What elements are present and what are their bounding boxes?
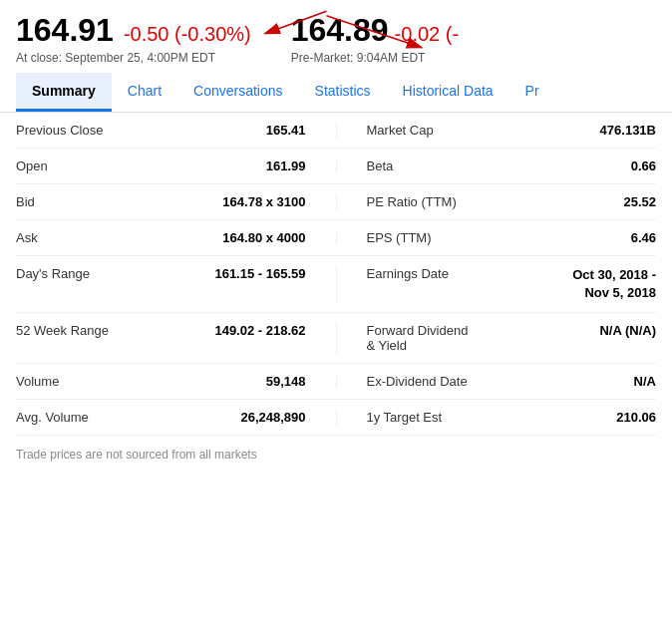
data-table: Previous Close 165.41 Market Cap 476.131… [0, 113, 672, 436]
table-row: Ask 164.80 x 4000 EPS (TTM) 6.46 [16, 220, 656, 256]
tabs-bar: Summary Chart Conversations Statistics H… [0, 73, 672, 113]
left-cell: Ask 164.80 x 4000 [16, 230, 337, 245]
main-price-time: At close: September 25, 4:00PM EDT [16, 51, 251, 65]
label-bid: Bid [16, 194, 35, 209]
label-volume: Volume [16, 374, 59, 389]
value-eps: 6.46 [631, 230, 656, 245]
left-cell: Volume 59,148 [16, 374, 337, 389]
label-eps: EPS (TTM) [367, 230, 432, 245]
value-forward-dividend: N/A (N/A) [599, 323, 656, 353]
right-cell: Market Cap 476.131B [337, 123, 657, 138]
footer-note: Trade prices are not sourced from all ma… [0, 436, 672, 473]
tab-statistics[interactable]: Statistics [299, 73, 387, 112]
value-market-cap: 476.131B [600, 123, 656, 138]
value-earnings-date: Oct 30, 2018 -Nov 5, 2018 [572, 266, 656, 302]
table-row: Avg. Volume 26,248,890 1y Target Est 210… [16, 400, 656, 436]
tab-historical-data[interactable]: Historical Data [387, 73, 509, 112]
price-header: 164.91 -0.50 (-0.30%) At close: Septembe… [0, 0, 672, 73]
table-row: Day's Range 161.15 - 165.59 Earnings Dat… [16, 256, 656, 313]
right-cell: Forward Dividend& Yield N/A (N/A) [337, 323, 657, 353]
value-52-week-range: 149.02 - 218.62 [214, 323, 305, 353]
label-1y-target: 1y Target Est [367, 410, 443, 425]
tab-summary[interactable]: Summary [16, 73, 112, 112]
pre-market-price: 164.89 [291, 12, 389, 49]
left-cell: Open 161.99 [16, 158, 337, 173]
label-open: Open [16, 158, 48, 173]
left-cell: Day's Range 161.15 - 165.59 [16, 266, 337, 302]
tab-conversations[interactable]: Conversations [177, 73, 299, 112]
label-avg-volume: Avg. Volume [16, 410, 89, 425]
value-avg-volume: 26,248,890 [240, 410, 305, 425]
left-cell: 52 Week Range 149.02 - 218.62 [16, 323, 337, 353]
label-ask: Ask [16, 230, 38, 245]
value-volume: 59,148 [266, 374, 306, 389]
value-1y-target: 210.06 [616, 410, 656, 425]
value-pe-ratio: 25.52 [623, 194, 656, 209]
right-cell: EPS (TTM) 6.46 [337, 230, 657, 245]
left-cell: Avg. Volume 26,248,890 [16, 410, 337, 425]
label-52-week-range: 52 Week Range [16, 323, 109, 353]
main-price-change: -0.50 (-0.30%) [124, 23, 251, 46]
tab-chart[interactable]: Chart [112, 73, 177, 112]
pre-market-change: -0.02 (- [395, 23, 459, 46]
value-ask: 164.80 x 4000 [222, 230, 305, 245]
label-forward-dividend: Forward Dividend& Yield [367, 323, 469, 353]
left-cell: Bid 164.78 x 3100 [16, 194, 337, 209]
right-cell: PE Ratio (TTM) 25.52 [337, 194, 657, 209]
tab-pr[interactable]: Pr [509, 73, 555, 112]
right-cell: Ex-Dividend Date N/A [337, 374, 657, 389]
value-beta: 0.66 [631, 158, 656, 173]
main-price-section: 164.91 -0.50 (-0.30%) At close: Septembe… [16, 12, 251, 65]
label-ex-dividend-date: Ex-Dividend Date [367, 374, 468, 389]
label-pe-ratio: PE Ratio (TTM) [367, 194, 457, 209]
label-market-cap: Market Cap [367, 123, 434, 138]
left-cell: Previous Close 165.41 [16, 123, 337, 138]
right-cell: Earnings Date Oct 30, 2018 -Nov 5, 2018 [337, 266, 657, 302]
right-cell: Beta 0.66 [337, 158, 657, 173]
label-earnings-date: Earnings Date [367, 266, 449, 302]
table-row: 52 Week Range 149.02 - 218.62 Forward Di… [16, 313, 656, 364]
right-cell: 1y Target Est 210.06 [337, 410, 657, 425]
label-days-range: Day's Range [16, 266, 90, 302]
value-open: 161.99 [266, 158, 306, 173]
label-previous-close: Previous Close [16, 123, 103, 138]
value-previous-close: 165.41 [266, 123, 306, 138]
main-price: 164.91 [16, 12, 114, 49]
table-row: Open 161.99 Beta 0.66 [16, 149, 656, 184]
pre-market-price-section: 164.89 -0.02 (- Pre-Market: 9:04AM EDT [291, 12, 459, 65]
pre-market-time: Pre-Market: 9:04AM EDT [291, 51, 459, 65]
label-beta: Beta [367, 158, 394, 173]
value-bid: 164.78 x 3100 [222, 194, 305, 209]
table-row: Previous Close 165.41 Market Cap 476.131… [16, 113, 656, 149]
table-row: Volume 59,148 Ex-Dividend Date N/A [16, 364, 656, 400]
value-ex-dividend-date: N/A [634, 374, 656, 389]
table-row: Bid 164.78 x 3100 PE Ratio (TTM) 25.52 [16, 184, 656, 220]
value-days-range: 161.15 - 165.59 [214, 266, 305, 302]
